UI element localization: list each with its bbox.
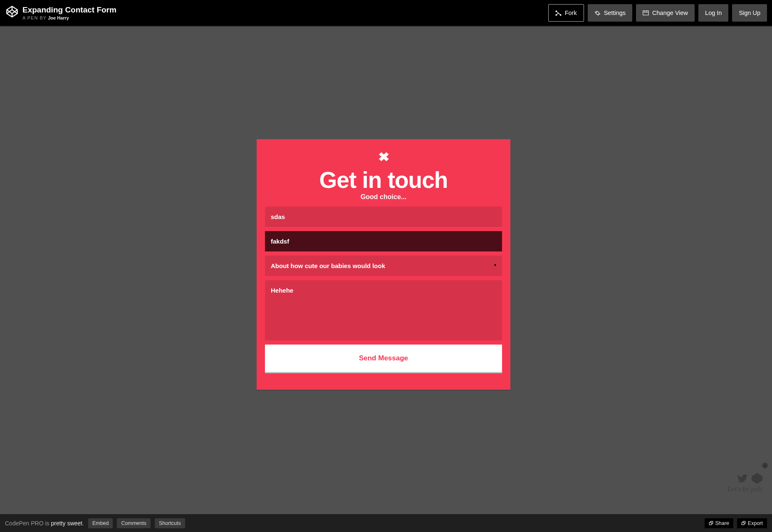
pen-title: Expanding Contact Form <box>22 5 116 15</box>
name-input[interactable] <box>265 207 502 227</box>
svg-rect-3 <box>643 11 649 15</box>
svg-point-2 <box>556 14 557 15</box>
login-label: Log In <box>705 10 722 16</box>
promo-suffix: . <box>82 520 84 527</box>
subject-select[interactable]: About how cute our babies would look <box>265 256 502 276</box>
change-view-label: Change View <box>652 10 688 16</box>
title-block: Expanding Contact Form A PEN BY Joe Harr… <box>22 5 116 20</box>
email-input[interactable] <box>265 231 502 251</box>
fork-button[interactable]: Fork <box>548 4 584 22</box>
footer-bar: CodePen PRO is pretty sweet. Embed Comme… <box>0 514 772 532</box>
pen-byline: A PEN BY Joe Harry <box>22 15 116 20</box>
byline-label: A PEN BY <box>22 15 47 20</box>
promo-prefix: CodePen PRO is <box>5 520 51 527</box>
send-message-button[interactable]: Send Message <box>265 345 502 373</box>
twitter-icon[interactable] <box>736 473 749 484</box>
contact-form-card: ✖ Get in touch Good choice... About how … <box>257 139 510 390</box>
svg-rect-7 <box>709 522 712 525</box>
layout-icon <box>643 10 649 16</box>
promo-text[interactable]: CodePen PRO is pretty sweet. <box>5 520 84 527</box>
fork-icon <box>555 10 562 16</box>
svg-rect-8 <box>742 522 744 525</box>
share-icon <box>709 521 713 525</box>
pen-author[interactable]: Joe Harry <box>48 15 69 20</box>
export-icon <box>741 521 746 525</box>
top-actions: Fork Settings Change View Log In <box>548 4 772 22</box>
pals-text: Let's be pals <box>727 485 763 493</box>
embed-button[interactable]: Embed <box>88 518 113 528</box>
form-title: Get in touch <box>265 168 502 192</box>
signup-label: Sign Up <box>739 10 760 16</box>
social-badge: Let's be pals <box>727 473 763 493</box>
message-textarea[interactable] <box>265 280 502 340</box>
top-toolbar: Expanding Contact Form A PEN BY Joe Harr… <box>0 0 772 26</box>
export-button[interactable]: Export <box>737 518 767 528</box>
info-icon[interactable]: i <box>762 463 768 468</box>
comments-button[interactable]: Comments <box>117 518 150 528</box>
svg-point-0 <box>556 10 557 11</box>
promo-highlight: pretty sweet <box>51 520 82 527</box>
settings-button[interactable]: Settings <box>588 4 632 22</box>
codepen-logo-icon[interactable] <box>6 5 18 18</box>
share-label: Share <box>715 520 729 526</box>
signup-button[interactable]: Sign Up <box>732 4 767 22</box>
logo-block: Expanding Contact Form A PEN BY Joe Harr… <box>0 5 116 20</box>
export-label: Export <box>748 520 763 526</box>
change-view-button[interactable]: Change View <box>636 4 695 22</box>
codepen-icon[interactable] <box>751 473 763 484</box>
svg-point-1 <box>560 14 561 15</box>
pen-preview: ✖ Get in touch Good choice... About how … <box>0 27 772 514</box>
gear-icon <box>594 10 601 16</box>
form-subtitle: Good choice... <box>265 193 502 201</box>
settings-label: Settings <box>604 10 626 16</box>
share-button[interactable]: Share <box>705 518 733 528</box>
fork-label: Fork <box>565 10 577 16</box>
close-icon[interactable]: ✖ <box>378 150 389 164</box>
shortcuts-button[interactable]: Shortcuts <box>155 518 185 528</box>
login-button[interactable]: Log In <box>698 4 728 22</box>
